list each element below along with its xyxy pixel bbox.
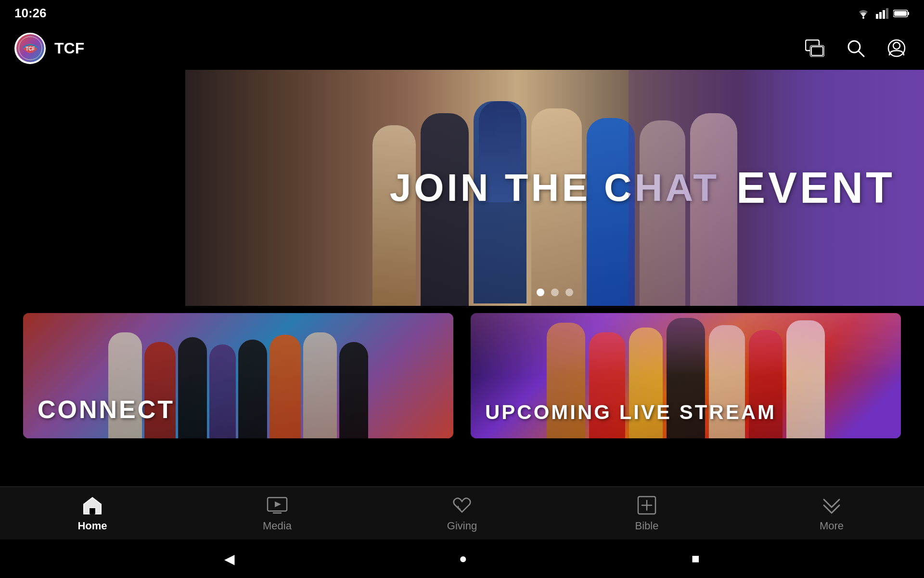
status-time: 10:26 bbox=[14, 6, 47, 21]
svg-line-15 bbox=[859, 51, 864, 56]
app-bar: TCF TCF bbox=[0, 26, 924, 70]
svg-text:TCF: TCF bbox=[26, 46, 35, 52]
recent-button[interactable]: ■ bbox=[692, 551, 700, 566]
status-icons bbox=[856, 8, 910, 19]
dot-2[interactable] bbox=[551, 289, 559, 296]
home-button[interactable]: ● bbox=[459, 551, 467, 566]
profile-icon bbox=[887, 39, 906, 57]
system-nav: ◀ ● ■ bbox=[0, 539, 924, 578]
bible-icon bbox=[636, 495, 657, 516]
svg-rect-18 bbox=[90, 508, 95, 514]
svg-point-0 bbox=[862, 17, 864, 19]
nav-item-media[interactable]: Media bbox=[239, 495, 316, 532]
logo-circle[interactable]: TCF bbox=[14, 33, 46, 64]
more-label: More bbox=[820, 520, 844, 532]
home-sys-icon: ● bbox=[459, 551, 467, 566]
carousel-slide-1: JOIN THE CHAT EVENT bbox=[185, 70, 924, 306]
media-label: Media bbox=[263, 520, 292, 532]
home-label: Home bbox=[77, 520, 107, 532]
giving-icon bbox=[451, 495, 473, 516]
content-section: CONNECT UPCOMING LIVE STREAM bbox=[23, 313, 901, 438]
nav-item-home[interactable]: Home bbox=[54, 495, 131, 532]
svg-rect-3 bbox=[883, 10, 885, 19]
more-icon bbox=[821, 495, 842, 516]
carousel-dots bbox=[537, 289, 573, 296]
bottom-nav: Home Media Giving bbox=[0, 486, 924, 539]
chat-icon bbox=[805, 39, 824, 57]
signal-icon bbox=[876, 8, 888, 19]
svg-rect-12 bbox=[810, 46, 824, 56]
svg-rect-6 bbox=[908, 12, 909, 15]
nav-item-giving[interactable]: Giving bbox=[424, 495, 500, 532]
app-title: TCF bbox=[54, 39, 84, 57]
wifi-icon bbox=[856, 8, 871, 19]
hero-carousel[interactable]: JOIN THE CHAT EVENT bbox=[185, 70, 924, 306]
svg-marker-20 bbox=[275, 501, 281, 507]
bible-label: Bible bbox=[635, 520, 659, 532]
media-icon bbox=[267, 495, 288, 516]
svg-rect-4 bbox=[886, 8, 888, 19]
dot-3[interactable] bbox=[565, 289, 573, 296]
search-icon bbox=[847, 39, 865, 57]
giving-label: Giving bbox=[447, 520, 477, 532]
svg-rect-1 bbox=[876, 14, 878, 19]
nav-item-more[interactable]: More bbox=[793, 495, 870, 532]
svg-rect-7 bbox=[894, 11, 907, 16]
nav-item-bible[interactable]: Bible bbox=[608, 495, 685, 532]
svg-point-17 bbox=[893, 42, 900, 49]
app-bar-left: TCF TCF bbox=[14, 33, 84, 64]
livestream-label: UPCOMING LIVE STREAM bbox=[485, 401, 776, 424]
search-button[interactable] bbox=[842, 35, 869, 62]
chat-button[interactable] bbox=[801, 35, 828, 62]
connect-label: CONNECT bbox=[38, 395, 175, 424]
livestream-card[interactable]: UPCOMING LIVE STREAM bbox=[471, 313, 901, 438]
logo-image: TCF bbox=[16, 34, 44, 62]
connect-card[interactable]: CONNECT bbox=[23, 313, 453, 438]
status-bar: 10:26 bbox=[0, 0, 924, 26]
recent-icon: ■ bbox=[692, 551, 700, 566]
profile-button[interactable] bbox=[883, 35, 910, 62]
back-button[interactable]: ◀ bbox=[224, 551, 235, 567]
battery-icon bbox=[893, 9, 910, 18]
slide-text-2: EVENT bbox=[736, 163, 895, 213]
home-icon bbox=[82, 495, 103, 516]
back-icon: ◀ bbox=[224, 551, 235, 567]
svg-rect-2 bbox=[879, 12, 882, 19]
dot-1[interactable] bbox=[537, 289, 544, 296]
app-bar-right bbox=[801, 35, 910, 62]
